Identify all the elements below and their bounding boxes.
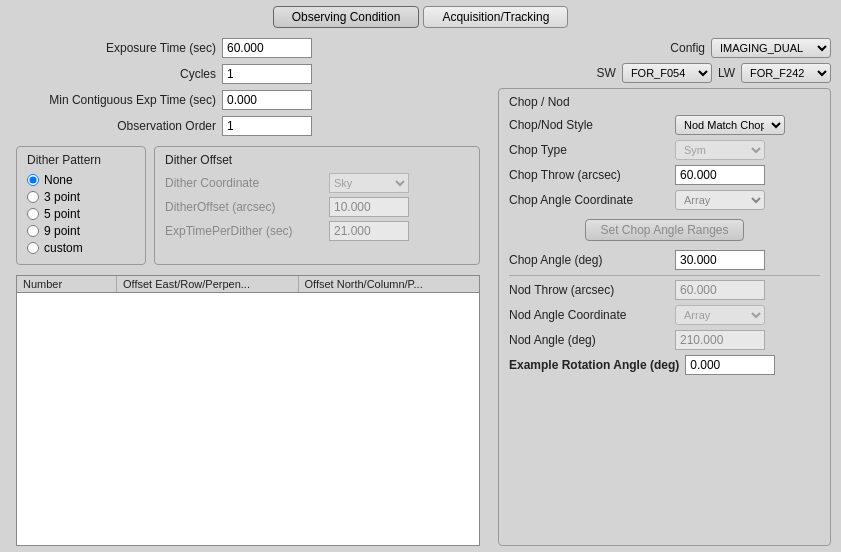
chop-nod-style-row: Chop/Nod Style Nod Match Chop bbox=[509, 115, 820, 135]
chop-type-label: Chop Type bbox=[509, 143, 669, 157]
chop-throw-input[interactable] bbox=[675, 165, 765, 185]
dither-none-radio[interactable] bbox=[27, 174, 39, 186]
table-col-number: Number bbox=[17, 276, 117, 292]
section-divider bbox=[509, 275, 820, 276]
config-select[interactable]: IMAGING_DUAL bbox=[711, 38, 831, 58]
dither-exp-row: ExpTimePerDither (sec) bbox=[165, 221, 469, 241]
lw-label: LW bbox=[718, 66, 735, 80]
chop-nod-title: Chop / Nod bbox=[509, 95, 820, 109]
lw-select[interactable]: FOR_F242 bbox=[741, 63, 831, 83]
tab-observing-condition[interactable]: Observing Condition bbox=[273, 6, 420, 28]
example-rot-row: Example Rotation Angle (deg) bbox=[509, 355, 820, 375]
chop-nod-style-label: Chop/Nod Style bbox=[509, 118, 669, 132]
nod-angle-label: Nod Angle (deg) bbox=[509, 333, 669, 347]
nod-angle-row: Nod Angle (deg) bbox=[509, 330, 820, 350]
obs-order-label: Observation Order bbox=[16, 119, 216, 133]
dither-5pt-radio[interactable] bbox=[27, 208, 39, 220]
tab-bar: Observing Condition Acquisition/Tracking bbox=[0, 0, 841, 32]
min-exp-input[interactable] bbox=[222, 90, 312, 110]
exposure-time-input[interactable] bbox=[222, 38, 312, 58]
nod-throw-row: Nod Throw (arcsec) bbox=[509, 280, 820, 300]
nod-angle-coord-select: Array bbox=[675, 305, 765, 325]
dither-exp-input bbox=[329, 221, 409, 241]
dither-offset-input bbox=[329, 197, 409, 217]
dither-offset-row: DitherOffset (arcsec) bbox=[165, 197, 469, 217]
config-row: Config IMAGING_DUAL bbox=[498, 38, 831, 58]
exposure-time-row: Exposure Time (sec) bbox=[16, 38, 480, 58]
chop-angle-coord-select[interactable]: Array bbox=[675, 190, 765, 210]
example-rot-input[interactable] bbox=[685, 355, 775, 375]
dither-9pt-row: 9 point bbox=[27, 224, 135, 238]
dither-3pt-radio[interactable] bbox=[27, 191, 39, 203]
sw-label: SW bbox=[597, 66, 616, 80]
dither-offset-box: Dither Offset Dither Coordinate Sky Dith… bbox=[154, 146, 480, 265]
nod-angle-coord-label: Nod Angle Coordinate bbox=[509, 308, 669, 322]
dither-5pt-row: 5 point bbox=[27, 207, 135, 221]
set-chop-angle-button[interactable]: Set Chop Angle Ranges bbox=[585, 219, 743, 241]
dither-9pt-label: 9 point bbox=[44, 224, 80, 238]
left-panel: Exposure Time (sec) Cycles Min Contiguou… bbox=[0, 32, 490, 552]
dither-table: Number Offset East/Row/Perpen... Offset … bbox=[16, 275, 480, 546]
config-label: Config bbox=[670, 41, 705, 55]
dither-coord-row: Dither Coordinate Sky bbox=[165, 173, 469, 193]
chop-nod-style-select[interactable]: Nod Match Chop bbox=[675, 115, 785, 135]
table-header: Number Offset East/Row/Perpen... Offset … bbox=[17, 276, 479, 293]
content-area: Exposure Time (sec) Cycles Min Contiguou… bbox=[0, 32, 841, 552]
min-exp-row: Min Contiguous Exp Time (sec) bbox=[16, 90, 480, 110]
chop-angle-label: Chop Angle (deg) bbox=[509, 253, 669, 267]
obs-order-row: Observation Order bbox=[16, 116, 480, 136]
dither-none-label: None bbox=[44, 173, 73, 187]
nod-angle-coord-row: Nod Angle Coordinate Array bbox=[509, 305, 820, 325]
dither-3pt-label: 3 point bbox=[44, 190, 80, 204]
table-col-east: Offset East/Row/Perpen... bbox=[117, 276, 299, 292]
dither-none-row: None bbox=[27, 173, 135, 187]
chop-type-select: Sym bbox=[675, 140, 765, 160]
chop-type-row: Chop Type Sym bbox=[509, 140, 820, 160]
dither-area: Dither Pattern None 3 point 5 point bbox=[16, 146, 480, 265]
dither-custom-radio[interactable] bbox=[27, 242, 39, 254]
sw-lw-row: SW FOR_F054 LW FOR_F242 bbox=[498, 63, 831, 83]
min-exp-label: Min Contiguous Exp Time (sec) bbox=[16, 93, 216, 107]
dither-9pt-radio[interactable] bbox=[27, 225, 39, 237]
chop-nod-box: Chop / Nod Chop/Nod Style Nod Match Chop… bbox=[498, 88, 831, 546]
cycles-label: Cycles bbox=[16, 67, 216, 81]
chop-angle-row: Chop Angle (deg) bbox=[509, 250, 820, 270]
chop-angle-coord-label: Chop Angle Coordinate bbox=[509, 193, 669, 207]
dither-coord-label: Dither Coordinate bbox=[165, 176, 325, 190]
chop-angle-input[interactable] bbox=[675, 250, 765, 270]
dither-3pt-row: 3 point bbox=[27, 190, 135, 204]
tab-acquisition-tracking[interactable]: Acquisition/Tracking bbox=[423, 6, 568, 28]
dither-custom-row: custom bbox=[27, 241, 135, 255]
dither-exp-label: ExpTimePerDither (sec) bbox=[165, 224, 325, 238]
table-col-north: Offset North/Column/P... bbox=[299, 276, 480, 292]
chop-throw-row: Chop Throw (arcsec) bbox=[509, 165, 820, 185]
set-chop-row: Set Chop Angle Ranges bbox=[509, 215, 820, 245]
cycles-input[interactable] bbox=[222, 64, 312, 84]
chop-throw-label: Chop Throw (arcsec) bbox=[509, 168, 669, 182]
dither-pattern-box: Dither Pattern None 3 point 5 point bbox=[16, 146, 146, 265]
dither-custom-label: custom bbox=[44, 241, 83, 255]
dither-offset-title: Dither Offset bbox=[165, 153, 469, 167]
nod-throw-input bbox=[675, 280, 765, 300]
right-panel: Config IMAGING_DUAL SW FOR_F054 LW FOR_F… bbox=[490, 32, 841, 552]
nod-throw-label: Nod Throw (arcsec) bbox=[509, 283, 669, 297]
dither-pattern-title: Dither Pattern bbox=[27, 153, 135, 167]
obs-order-input[interactable] bbox=[222, 116, 312, 136]
main-container: Observing Condition Acquisition/Tracking… bbox=[0, 0, 841, 552]
dither-coord-select[interactable]: Sky bbox=[329, 173, 409, 193]
chop-angle-coord-row: Chop Angle Coordinate Array bbox=[509, 190, 820, 210]
cycles-row: Cycles bbox=[16, 64, 480, 84]
sw-select[interactable]: FOR_F054 bbox=[622, 63, 712, 83]
dither-offset-label: DitherOffset (arcsec) bbox=[165, 200, 325, 214]
example-rot-label: Example Rotation Angle (deg) bbox=[509, 358, 679, 372]
exposure-time-label: Exposure Time (sec) bbox=[16, 41, 216, 55]
dither-5pt-label: 5 point bbox=[44, 207, 80, 221]
nod-angle-input bbox=[675, 330, 765, 350]
